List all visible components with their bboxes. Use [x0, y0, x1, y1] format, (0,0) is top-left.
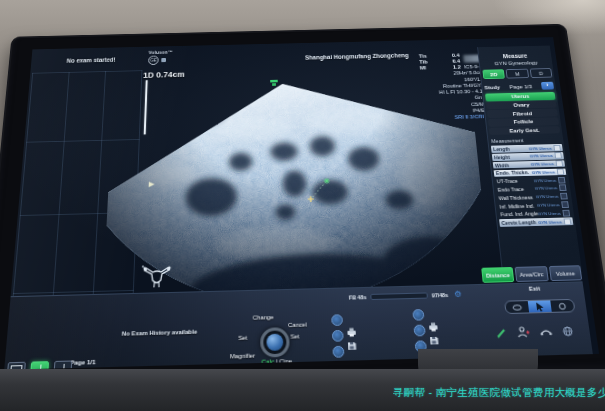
logo-chip-icon	[161, 58, 166, 62]
monitor-photo: No exam started! Voluson™ GE Shanghai Ho…	[0, 0, 605, 411]
measurement-checkbox[interactable]	[561, 201, 569, 208]
utility-icons	[496, 325, 574, 339]
page-indicator: Page 1/1	[70, 359, 96, 366]
measurement-label: Cervix Length	[501, 219, 536, 226]
measurement-label: Fund. Ind. Angle	[500, 211, 538, 218]
measure-panel-title: Measure	[479, 52, 552, 60]
measurement-label: Wall Thickness	[498, 194, 533, 201]
gear-icon[interactable]: ⚙	[454, 291, 462, 299]
exit-button[interactable]: Exit	[514, 285, 555, 292]
p2-button[interactable]	[332, 330, 344, 342]
measurement-tag: GYN Uterus	[534, 186, 557, 191]
video-caption: 寻嗣帮 - 南宁生殖医院做试管费用大概是多少_南宁生	[393, 386, 605, 400]
circle-tool-icon[interactable]	[550, 300, 574, 312]
cine-counter: 97/48s	[432, 292, 449, 299]
study-row: Study Page 1/3 ›	[484, 82, 554, 91]
measurement-checkbox[interactable]	[562, 210, 570, 217]
study-item-follicle[interactable]: Follicle	[488, 117, 559, 126]
study-list: UterusOvaryFibroidFollicleEarly Gest.	[485, 92, 560, 135]
study-item-early-gest-[interactable]: Early Gest.	[489, 126, 561, 135]
trackball-calc-cine-label[interactable]: Calc | Cine	[262, 358, 293, 365]
measurement-tag: GYN Uterus	[530, 162, 554, 167]
cursor-tool-icon[interactable]	[528, 301, 552, 313]
trackball-set-left-label[interactable]: Set	[238, 335, 247, 342]
printer-icon[interactable]	[428, 322, 439, 332]
measurement-label: Endo Trace	[497, 186, 524, 192]
measurement-checkbox[interactable]	[556, 160, 564, 167]
measurement-header: Measurement	[491, 137, 564, 144]
measurement-checkbox[interactable]	[554, 152, 562, 159]
annotate-pencil-icon[interactable]	[496, 327, 508, 338]
trackball-set-right-label[interactable]: Set	[290, 333, 299, 340]
exam-status-text: No exam started!	[66, 57, 115, 64]
measurement-label: Height	[494, 154, 510, 160]
area-circ-button[interactable]: Area/Circ	[515, 266, 549, 282]
trackball-cancel-label[interactable]: Cancel	[288, 321, 307, 328]
study-page: Page 1/3	[500, 83, 542, 89]
voluson-logo-text: Voluson™	[149, 49, 173, 55]
ellipse-tool-icon[interactable]	[505, 301, 529, 313]
measurement-checkbox[interactable]	[563, 218, 571, 225]
study-item-uterus[interactable]: Uterus	[485, 92, 555, 101]
measurement-label: Width	[495, 162, 510, 168]
measurement-checkbox[interactable]	[558, 177, 566, 184]
save-icon[interactable]	[347, 341, 357, 351]
tab-d[interactable]: D	[529, 68, 552, 78]
measure-panel-category: GYN Gynecology	[480, 60, 553, 67]
trackball-icon[interactable]	[260, 327, 290, 357]
measurement-tag: GYN Uterus	[536, 194, 559, 199]
p4-button[interactable]	[412, 309, 424, 321]
cine-progress[interactable]	[370, 292, 428, 300]
measure-panel: Measure GYN Gynecology 2DMD Study Page 1…	[477, 46, 582, 276]
mode-tabs: 2DMD	[482, 68, 552, 79]
trackball-magnifier-label[interactable]: Magnifier	[230, 352, 255, 359]
measurement-checkbox[interactable]	[553, 144, 561, 150]
measurement-label: Endo. Thickn.	[496, 170, 530, 176]
uterus-body-marker-icon	[141, 264, 172, 291]
calc-buttons: DistanceArea/CircVolume	[481, 265, 582, 283]
measurement-checkbox[interactable]	[560, 193, 568, 200]
measurement-label: UT-Trace	[497, 178, 519, 184]
p1-button[interactable]	[331, 314, 343, 326]
measurement-tag: GYN Uterus	[538, 211, 562, 216]
measurement-row[interactable]: Wall ThicknessGYN Uterus	[496, 193, 569, 202]
hospital-name: Shanghai Hongmufang Zhongcheng	[305, 52, 435, 61]
trackball-hub: Change Cancel Set Set Magnifier Calc | C…	[230, 313, 327, 368]
measurement-row[interactable]: HeightGYN Uterus	[492, 152, 564, 161]
pointer-tool-toggle	[504, 299, 575, 314]
ge-logo-icon: GE	[148, 56, 159, 65]
printer-icon[interactable]	[346, 327, 357, 337]
brand-block: Voluson™ GE	[148, 49, 173, 65]
ultrasound-screen: No exam started! Voluson™ GE Shanghai Ho…	[4, 37, 599, 370]
trackball-change-label[interactable]: Change	[253, 314, 274, 321]
measurement-tag: GYN Uterus	[533, 178, 556, 183]
ultrasound-monitor: No exam started! Voluson™ GE Shanghai Ho…	[0, 24, 605, 393]
save-icon[interactable]	[429, 336, 439, 346]
add-patient-icon[interactable]	[516, 326, 530, 338]
measurement-label: Length	[493, 146, 510, 152]
distance-button[interactable]: Distance	[481, 267, 514, 283]
p5-button[interactable]	[413, 325, 425, 337]
measurement-label: Inf. Midline Ind.	[499, 203, 534, 210]
measurement-checkbox[interactable]	[559, 185, 567, 192]
measurement-tag: GYN Uterus	[538, 219, 563, 224]
distance-readout: 1D 0.74cm	[143, 70, 185, 79]
tab-2d[interactable]: 2D	[482, 69, 505, 79]
measurement-tag: GYN Uterus	[531, 170, 555, 175]
study-label: Study	[484, 84, 500, 90]
measurement-tag: GYN Uterus	[528, 146, 552, 151]
study-next-button[interactable]: ›	[541, 82, 554, 90]
measurement-tag: GYN Uterus	[537, 202, 560, 207]
measurement-checkbox[interactable]	[557, 168, 565, 175]
measurement-row[interactable]: Inf. Midline Ind.GYN Uterus	[497, 201, 571, 210]
measurement-tag: GYN Uterus	[529, 154, 553, 159]
cine-buffer-label: FB 48s	[349, 294, 367, 301]
p3-button[interactable]	[332, 346, 344, 358]
measurement-row[interactable]: Cervix LengthGYN Uterus	[499, 218, 573, 227]
phone-icon[interactable]	[539, 327, 552, 336]
program-buttons-left	[331, 314, 358, 362]
network-globe-icon[interactable]	[562, 325, 574, 336]
tab-m[interactable]: M	[506, 69, 529, 79]
volume-button[interactable]: Volume	[549, 265, 583, 281]
measurement-row[interactable]: WidthGYN Uterus	[493, 160, 565, 169]
